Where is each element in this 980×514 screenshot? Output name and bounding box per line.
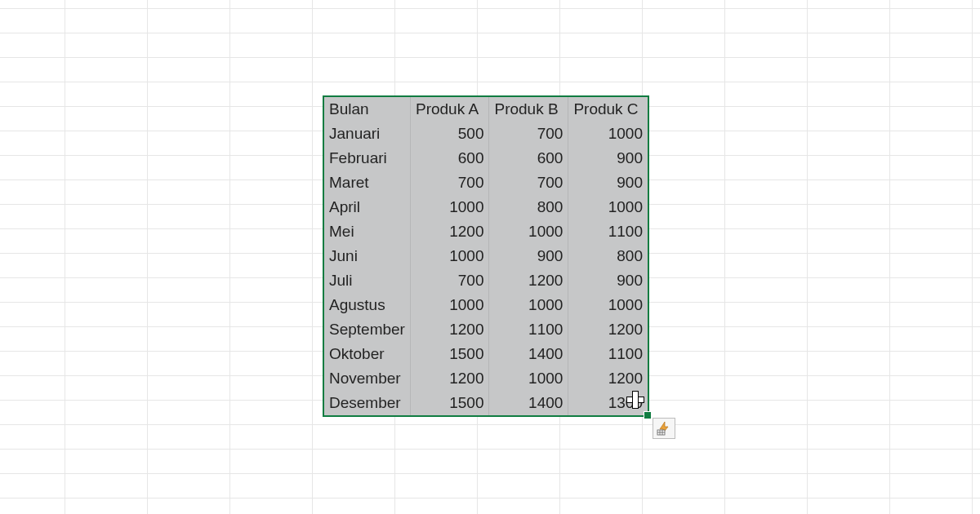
table-row: Februari600600900 <box>324 146 648 171</box>
cell-bulan[interactable]: April <box>324 195 410 219</box>
cell-b[interactable]: 1400 <box>489 342 568 366</box>
cell-b[interactable]: 800 <box>489 195 568 219</box>
cell-bulan[interactable]: Juli <box>324 268 410 293</box>
table-row: Mei120010001100 <box>324 219 648 244</box>
cell-a[interactable]: 1200 <box>410 219 489 244</box>
cell-bulan[interactable]: Mei <box>324 219 410 244</box>
cell-a[interactable]: 1500 <box>410 391 489 415</box>
cell-a[interactable]: 1500 <box>410 342 489 366</box>
table-row: Juli7001200900 <box>324 268 648 293</box>
cell-c[interactable]: 1200 <box>568 317 648 342</box>
table-row: Juni1000900800 <box>324 244 648 268</box>
cell-bulan[interactable]: Desember <box>324 391 410 415</box>
cell-bulan[interactable]: Agustus <box>324 293 410 317</box>
cell-c[interactable]: 800 <box>568 244 648 268</box>
header-produk-c[interactable]: Produk C <box>568 97 648 122</box>
cell-b[interactable]: 1100 <box>489 317 568 342</box>
cell-c[interactable]: 900 <box>568 171 648 195</box>
cell-c[interactable]: 1100 <box>568 219 648 244</box>
table-row: Desember150014001300 <box>324 391 648 415</box>
cell-a[interactable]: 1200 <box>410 366 489 391</box>
quick-analysis-button[interactable] <box>653 418 675 439</box>
header-produk-b[interactable]: Produk B <box>489 97 568 122</box>
quick-analysis-icon <box>657 421 671 436</box>
cell-b[interactable]: 600 <box>489 146 568 171</box>
cell-c[interactable]: 900 <box>568 146 648 171</box>
cell-b[interactable]: 700 <box>489 122 568 146</box>
table-row: April10008001000 <box>324 195 648 219</box>
cell-c[interactable]: 1300 <box>568 391 648 415</box>
cell-a[interactable]: 1000 <box>410 293 489 317</box>
cell-bulan[interactable]: September <box>324 317 410 342</box>
cell-b[interactable]: 1200 <box>489 268 568 293</box>
cell-b[interactable]: 900 <box>489 244 568 268</box>
cell-c[interactable]: 1000 <box>568 122 648 146</box>
table-row: Agustus100010001000 <box>324 293 648 317</box>
cell-b[interactable]: 1000 <box>489 293 568 317</box>
cell-b[interactable]: 1400 <box>489 391 568 415</box>
cell-a[interactable]: 700 <box>410 171 489 195</box>
table-row: Maret700700900 <box>324 171 648 195</box>
cell-c[interactable]: 1200 <box>568 366 648 391</box>
table-row: Oktober150014001100 <box>324 342 648 366</box>
cell-c[interactable]: 1000 <box>568 195 648 219</box>
cell-bulan[interactable]: Februari <box>324 146 410 171</box>
table-header-row: Bulan Produk A Produk B Produk C <box>324 97 648 122</box>
cell-a[interactable]: 500 <box>410 122 489 146</box>
cell-a[interactable]: 600 <box>410 146 489 171</box>
cell-b[interactable]: 1000 <box>489 366 568 391</box>
cell-b[interactable]: 1000 <box>489 219 568 244</box>
table-row: September120011001200 <box>324 317 648 342</box>
cell-bulan[interactable]: Januari <box>324 122 410 146</box>
table-row: November120010001200 <box>324 366 648 391</box>
cell-bulan[interactable]: Juni <box>324 244 410 268</box>
cell-a[interactable]: 700 <box>410 268 489 293</box>
header-produk-a[interactable]: Produk A <box>410 97 489 122</box>
data-table[interactable]: Bulan Produk A Produk B Produk C Januari… <box>324 97 648 415</box>
table-row: Januari5007001000 <box>324 122 648 146</box>
cell-bulan[interactable]: November <box>324 366 410 391</box>
cell-c[interactable]: 1000 <box>568 293 648 317</box>
cell-bulan[interactable]: Oktober <box>324 342 410 366</box>
fill-handle[interactable] <box>644 411 652 419</box>
header-bulan[interactable]: Bulan <box>324 97 410 122</box>
cell-a[interactable]: 1000 <box>410 195 489 219</box>
cell-a[interactable]: 1000 <box>410 244 489 268</box>
cell-c[interactable]: 1100 <box>568 342 648 366</box>
cell-bulan[interactable]: Maret <box>324 171 410 195</box>
cell-c[interactable]: 900 <box>568 268 648 293</box>
cell-a[interactable]: 1200 <box>410 317 489 342</box>
cell-b[interactable]: 700 <box>489 171 568 195</box>
selected-range[interactable]: Bulan Produk A Produk B Produk C Januari… <box>323 95 649 417</box>
